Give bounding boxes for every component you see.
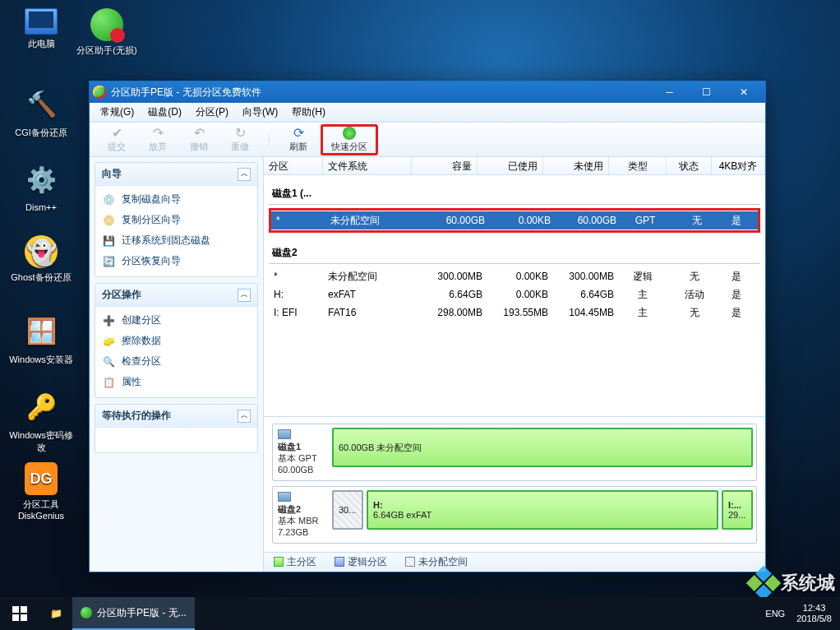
menu-disk[interactable]: 磁盘(D): [142, 104, 187, 121]
icon-label: 此电脑: [28, 39, 55, 49]
wizard-copy-partition[interactable]: 📀复制分区向导: [100, 210, 252, 230]
table-row[interactable]: *未分配空间300.00MB0.00KB300.00MB逻辑无是: [269, 267, 760, 285]
diskmap-segment[interactable]: I:...29...: [722, 490, 753, 530]
taskbar: 📁 分区助手PE版 - 无... ENG 12:43 2018/5/8: [0, 597, 840, 630]
tb-undo[interactable]: ↶撤销: [180, 124, 218, 155]
icon-label: Windows密码修改: [9, 430, 73, 452]
tb-redo[interactable]: ↻重做: [221, 124, 259, 155]
menu-partition[interactable]: 分区(P): [190, 104, 234, 121]
partition-icon: 📀: [102, 214, 115, 227]
tb-quick-partition[interactable]: 快速分区: [321, 124, 378, 155]
desktop-icon-cgi[interactable]: 🔨CGI备份还原: [8, 84, 74, 150]
icon-label: Windows安装器: [9, 354, 73, 364]
right-panel: 分区 文件系统 容量 已使用 未使用 类型 状态 4KB对齐 磁盘1 (... …: [264, 157, 765, 572]
swatch-logical: [335, 557, 344, 567]
collapse-button[interactable]: ︿: [238, 410, 251, 423]
disk-icon: [278, 492, 291, 502]
desktop-icon-win-pwd[interactable]: 🔑Windows密码修改: [8, 387, 74, 452]
desktop-icon-dism[interactable]: ⚙️Dism++: [8, 160, 74, 225]
diskmap-segment[interactable]: 60.00GB 未分配空间: [332, 428, 753, 467]
start-button[interactable]: [0, 597, 39, 630]
icon-label: Dism++: [25, 202, 57, 212]
taskbar-app[interactable]: 分区助手PE版 - 无...: [72, 597, 195, 630]
col-free[interactable]: 未使用: [543, 157, 609, 174]
system-tray: ENG 12:43 2018/5/8: [765, 603, 840, 624]
undo-icon: ↶: [194, 127, 205, 140]
menu-general[interactable]: 常规(G): [95, 104, 140, 121]
tray-clock[interactable]: 12:43 2018/5/8: [796, 603, 832, 624]
diskmap-segment[interactable]: H:6.64GB exFAT: [367, 490, 718, 530]
tb-commit[interactable]: ✔提交: [98, 124, 136, 155]
app-window: 分区助手PE版 - 无损分区免费软件 ─ ☐ ✕ 常规(G) 磁盘(D) 分区(…: [89, 81, 766, 572]
diskmap-1[interactable]: 磁盘1 基本 GPT 60.00GB 60.00GB 未分配空间: [272, 424, 757, 481]
wizard-recover[interactable]: 🔄分区恢复向导: [100, 251, 252, 271]
ssd-icon: 💾: [102, 234, 115, 248]
col-type[interactable]: 类型: [609, 157, 667, 174]
diskmap-info: 磁盘2 基本 MBR 7.23GB: [276, 490, 327, 540]
recover-icon: 🔄: [102, 255, 115, 268]
tray-lang[interactable]: ENG: [765, 609, 785, 618]
legend-primary: 主分区: [274, 555, 316, 569]
desktop-icon-diskgenius[interactable]: DG分区工具DiskGenius: [8, 462, 74, 528]
discard-icon: ↷: [153, 127, 164, 140]
desktop-icon-ghost[interactable]: 👻Ghost备份还原: [8, 235, 74, 301]
task-label: 分区助手PE版 - 无...: [97, 606, 187, 620]
col-partition[interactable]: 分区: [264, 157, 323, 174]
toolbar-separator: [269, 127, 270, 152]
tb-refresh[interactable]: ⟳刷新: [279, 124, 317, 155]
col-status[interactable]: 状态: [667, 157, 712, 174]
icon-label: CGI备份还原: [15, 127, 67, 137]
titlebar[interactable]: 分区助手PE版 - 无损分区免费软件 ─ ☐ ✕: [90, 81, 765, 103]
table-row[interactable]: I: EFIFAT16298.00MB193.55MB104.45MB主无是: [269, 303, 760, 322]
disk1-header[interactable]: 磁盘1 (...: [269, 182, 760, 205]
desktop-icon-win-install[interactable]: 🪟Windows安装器: [8, 311, 74, 377]
svg-rect-0: [12, 606, 19, 613]
col-fs[interactable]: 文件系统: [323, 157, 412, 174]
op-properties[interactable]: 📋属性: [100, 372, 252, 392]
panel-title: 向导: [102, 167, 122, 181]
desktop-icon-this-pc[interactable]: 此电脑: [8, 8, 74, 74]
col-align[interactable]: 4KB对齐: [712, 157, 765, 174]
menu-help[interactable]: 帮助(H): [286, 104, 331, 121]
collapse-button[interactable]: ︿: [238, 289, 251, 302]
op-check[interactable]: 🔍检查分区: [100, 351, 252, 372]
table-row-selected[interactable]: * 未分配空间 60.00GB 0.00KB 60.00GB GPT 无 是: [271, 211, 758, 229]
op-wipe[interactable]: 🧽擦除数据: [100, 331, 252, 351]
icon-label: 分区工具DiskGenius: [18, 499, 64, 521]
tb-discard[interactable]: ↷放弃: [139, 124, 177, 155]
table-body[interactable]: 磁盘1 (... * 未分配空间 60.00GB 0.00KB 60.00GB …: [264, 175, 765, 416]
icon-label: 分区助手(无损): [76, 45, 136, 55]
windows-icon: [12, 606, 27, 621]
window-title: 分区助手PE版 - 无损分区免费软件: [111, 86, 261, 100]
diskmap-2[interactable]: 磁盘2 基本 MBR 7.23GB 30... H:6.64GB exFAT I…: [272, 486, 757, 544]
icon-label: Ghost备份还原: [11, 272, 71, 282]
col-cap[interactable]: 容量: [412, 157, 478, 174]
disk2-header[interactable]: 磁盘2: [269, 241, 760, 264]
maximize-button[interactable]: ☐: [688, 81, 725, 103]
wizard-migrate-ssd[interactable]: 💾迁移系统到固态磁盘: [100, 230, 252, 251]
legend: 主分区 逻辑分区 未分配空间: [264, 552, 765, 572]
task-explorer[interactable]: 📁: [39, 597, 72, 630]
op-create[interactable]: ➕创建分区: [100, 310, 252, 331]
watermark: 系统城: [751, 571, 835, 595]
diskmap-bars: 30... H:6.64GB exFAT I:...29...: [332, 490, 753, 540]
desktop-icon-pa[interactable]: 分区助手(无损): [74, 8, 140, 74]
diskmap-info: 磁盘1 基本 GPT 60.00GB: [276, 428, 327, 477]
table-row[interactable]: H:exFAT6.64GB0.00KB6.64GB主活动是: [269, 285, 760, 303]
minimize-button[interactable]: ─: [651, 81, 688, 103]
disk-maps: 磁盘1 基本 GPT 60.00GB 60.00GB 未分配空间 磁盘2 基本: [264, 416, 765, 552]
panel-title: 等待执行的操作: [102, 409, 171, 423]
close-button[interactable]: ✕: [725, 81, 762, 103]
collapse-button[interactable]: ︿: [238, 168, 251, 181]
panel-wizard: 向导︿ 💿复制磁盘向导 📀复制分区向导 💾迁移系统到固态磁盘 🔄分区恢复向导: [95, 162, 258, 277]
create-icon: ➕: [102, 314, 115, 327]
menu-wizard[interactable]: 向导(W): [237, 104, 284, 121]
toolbar: ✔提交 ↷放弃 ↶撤销 ↻重做 ⟳刷新 快速分区: [90, 123, 765, 157]
diskmap-segment[interactable]: 30...: [332, 490, 363, 530]
legend-logical: 逻辑分区: [335, 555, 387, 569]
task-app-icon: [81, 607, 92, 618]
wizard-copy-disk[interactable]: 💿复制磁盘向导: [100, 189, 252, 210]
quick-icon: [343, 127, 356, 140]
selection-highlight: * 未分配空间 60.00GB 0.00KB 60.00GB GPT 无 是: [269, 208, 760, 233]
col-used[interactable]: 已使用: [478, 157, 543, 174]
